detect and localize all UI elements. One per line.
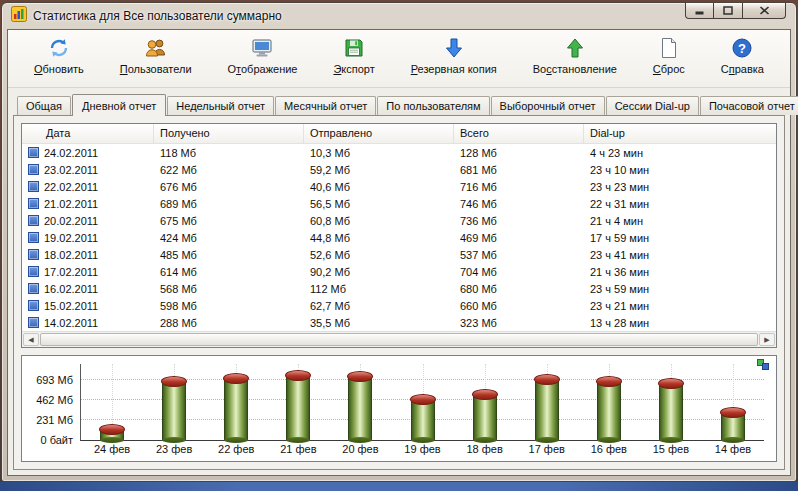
daily-report-panel: Дата Получено Отправлено Всего Dial-up 2… bbox=[13, 115, 785, 470]
help-label: Справка bbox=[721, 63, 764, 75]
table-row[interactable]: 23.02.2011622 Мб59,2 Мб681 Мб23 ч 10 мин bbox=[22, 161, 776, 178]
cell-dialup: 23 ч 23 мин bbox=[584, 181, 776, 193]
restore-button[interactable]: Восстановление bbox=[527, 35, 623, 85]
chart-slot: 21 фев bbox=[267, 364, 329, 440]
table-row[interactable]: 14.02.2011288 Мб35,5 Мб323 Мб13 ч 28 мин bbox=[22, 314, 776, 331]
table-body: 24.02.2011118 Мб10,3 Мб128 Мб4 ч 23 мин2… bbox=[22, 144, 776, 331]
cell-date: 16.02.2011 bbox=[22, 283, 154, 295]
maximize-button[interactable] bbox=[714, 3, 743, 19]
cell-dialup: 13 ч 28 мин bbox=[584, 317, 776, 329]
day-icon bbox=[28, 266, 39, 277]
cell-dialup: 22 ч 31 мин bbox=[584, 198, 776, 210]
traffic-table: Дата Получено Отправлено Всего Dial-up 2… bbox=[21, 123, 777, 348]
desktop-wallpaper-strip bbox=[0, 482, 798, 491]
chart-bar bbox=[721, 412, 745, 440]
table-row[interactable]: 20.02.2011675 Мб60,8 Мб736 Мб21 ч 4 мин bbox=[22, 212, 776, 229]
chart-plot: 693 Мб462 Мб231 Мб0 байт24 фев23 фев22 ф… bbox=[80, 364, 764, 441]
table-row[interactable]: 16.02.2011568 Мб112 Мб680 Мб23 ч 59 мин bbox=[22, 280, 776, 297]
scroll-right-arrow[interactable]: ▶ bbox=[759, 333, 775, 346]
cell-dialup: 23 ч 59 мин bbox=[584, 283, 776, 295]
backup-label: Резервная копия bbox=[411, 63, 497, 75]
column-header-total[interactable]: Всего bbox=[454, 124, 584, 143]
help-button[interactable]: ? Справка bbox=[715, 35, 770, 85]
column-header-dialup[interactable]: Dial-up bbox=[584, 124, 776, 143]
close-button[interactable] bbox=[743, 3, 786, 19]
tab-hourly-report[interactable]: Почасовой отчет bbox=[700, 96, 798, 115]
refresh-icon bbox=[47, 36, 71, 60]
tab-custom-report[interactable]: Выборочный отчет bbox=[491, 96, 605, 115]
display-button[interactable]: Отображение bbox=[222, 35, 304, 85]
table-row[interactable]: 22.02.2011676 Мб40,6 Мб716 Мб23 ч 23 мин bbox=[22, 178, 776, 195]
cell-received: 424 Мб bbox=[154, 232, 304, 244]
refresh-label: Обновить bbox=[34, 63, 84, 75]
cell-sent: 62,7 Мб bbox=[304, 300, 454, 312]
day-icon bbox=[28, 232, 39, 243]
table-row[interactable]: 24.02.2011118 Мб10,3 Мб128 Мб4 ч 23 мин bbox=[22, 144, 776, 161]
column-header-sent[interactable]: Отправлено bbox=[304, 124, 454, 143]
day-icon bbox=[28, 164, 39, 175]
table-row[interactable]: 17.02.2011614 Мб90,2 Мб704 Мб21 ч 36 мин bbox=[22, 263, 776, 280]
chart-legend-icon[interactable] bbox=[757, 359, 771, 372]
column-header-received[interactable]: Получено bbox=[154, 124, 304, 143]
users-button[interactable]: Пользователи bbox=[114, 35, 198, 85]
traffic-chart: 693 Мб462 Мб231 Мб0 байт24 фев23 фев22 ф… bbox=[21, 355, 777, 462]
table-row[interactable]: 19.02.2011424 Мб44,8 Мб469 Мб17 ч 59 мин bbox=[22, 229, 776, 246]
tab-weekly-report[interactable]: Недельный отчет bbox=[167, 96, 274, 115]
cell-date: 14.02.2011 bbox=[22, 317, 154, 329]
chart-bars: 24 фев23 фев22 фев21 фев20 фев19 фев18 ф… bbox=[81, 364, 764, 440]
chart-bar bbox=[162, 381, 186, 440]
users-icon bbox=[144, 36, 168, 60]
refresh-button[interactable]: Обновить bbox=[28, 35, 90, 85]
table-header: Дата Получено Отправлено Всего Dial-up bbox=[22, 124, 776, 144]
cell-total: 660 Мб bbox=[454, 300, 584, 312]
monitor-icon bbox=[250, 36, 274, 60]
cell-date: 19.02.2011 bbox=[22, 232, 154, 244]
backup-button[interactable]: Резервная копия bbox=[405, 35, 503, 85]
tab-daily-report[interactable]: Дневной отчет bbox=[72, 94, 166, 116]
cell-received: 689 Мб bbox=[154, 198, 304, 210]
title-bar[interactable]: Статистика для Все пользователи суммарно bbox=[2, 3, 796, 28]
day-icon bbox=[28, 317, 39, 328]
tab-dialup-sessions[interactable]: Сессии Dial-up bbox=[606, 96, 699, 115]
cell-received: 568 Мб bbox=[154, 283, 304, 295]
y-axis-tick-label: 462 Мб bbox=[27, 394, 73, 406]
cell-received: 675 Мб bbox=[154, 215, 304, 227]
minimize-button[interactable] bbox=[685, 3, 714, 19]
chart-slot: 22 фев bbox=[205, 364, 267, 440]
cell-total: 323 Мб bbox=[454, 317, 584, 329]
table-row[interactable]: 21.02.2011689 Мб56,5 Мб746 Мб22 ч 31 мин bbox=[22, 195, 776, 212]
table-row[interactable]: 18.02.2011485 Мб52,6 Мб537 Мб23 ч 41 мин bbox=[22, 246, 776, 263]
cell-sent: 90,2 Мб bbox=[304, 266, 454, 278]
chart-bar bbox=[659, 383, 683, 440]
chart-slot: 17 фев bbox=[516, 364, 578, 440]
export-button[interactable]: Экспорт bbox=[327, 35, 380, 85]
cell-sent: 112 Мб bbox=[304, 283, 454, 295]
cell-sent: 56,5 Мб bbox=[304, 198, 454, 210]
scroll-left-arrow[interactable]: ◀ bbox=[23, 333, 39, 346]
chart-slot: 15 фев bbox=[640, 364, 702, 440]
reset-button[interactable]: Сброс bbox=[647, 35, 691, 85]
tab-by-users[interactable]: По пользователям bbox=[377, 96, 489, 115]
horizontal-scrollbar[interactable]: ◀ ▶ bbox=[22, 331, 776, 347]
cell-date: 22.02.2011 bbox=[22, 181, 154, 193]
chart-slot: 18 фев bbox=[454, 364, 516, 440]
app-window: Статистика для Все пользователи суммарно bbox=[1, 2, 797, 482]
scroll-thumb[interactable] bbox=[40, 333, 758, 346]
chart-slot: 23 фев bbox=[143, 364, 205, 440]
table-row[interactable]: 15.02.2011598 Мб62,7 Мб660 Мб23 ч 21 мин bbox=[22, 297, 776, 314]
cell-dialup: 21 ч 4 мин bbox=[584, 215, 776, 227]
day-icon bbox=[28, 300, 39, 311]
cell-received: 288 Мб bbox=[154, 317, 304, 329]
tab-bar: Общая Дневной отчет Недельный отчет Меся… bbox=[8, 88, 790, 115]
chart-slot: 24 фев bbox=[81, 364, 143, 440]
tab-general[interactable]: Общая bbox=[17, 96, 71, 115]
y-axis-tick-label: 693 Мб bbox=[27, 374, 73, 386]
display-label: Отображение bbox=[228, 63, 298, 75]
cell-dialup: 23 ч 41 мин bbox=[584, 249, 776, 261]
tab-monthly-report[interactable]: Месячный отчет bbox=[275, 96, 376, 115]
reset-label: Сброс bbox=[653, 63, 685, 75]
cell-total: 736 Мб bbox=[454, 215, 584, 227]
column-header-date[interactable]: Дата bbox=[22, 124, 154, 143]
day-icon bbox=[28, 283, 39, 294]
save-disk-icon bbox=[342, 36, 366, 60]
